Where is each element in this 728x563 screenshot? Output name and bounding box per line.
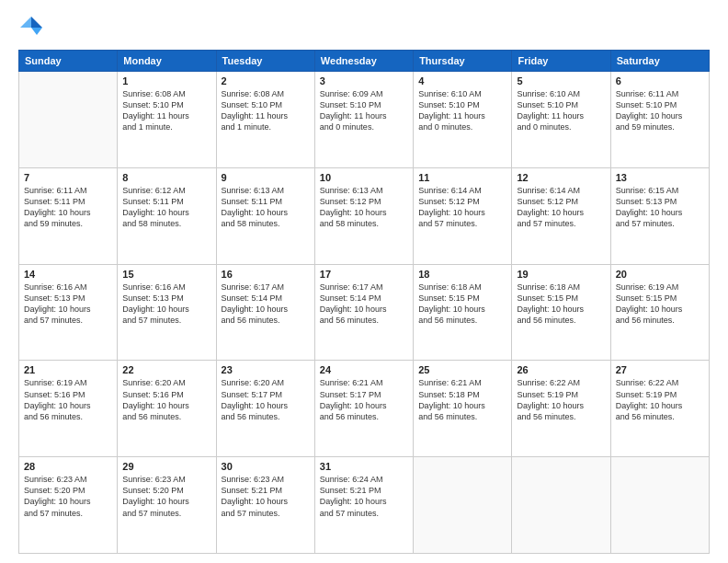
calendar-cell: 5Sunrise: 6:10 AMSunset: 5:10 PMDaylight… <box>512 72 610 168</box>
calendar-cell <box>414 457 512 554</box>
day-info: Sunrise: 6:10 AMSunset: 5:10 PMDaylight:… <box>418 88 506 133</box>
day-number: 27 <box>616 364 704 375</box>
calendar-cell: 24Sunrise: 6:21 AMSunset: 5:17 PMDayligh… <box>314 361 413 457</box>
calendar-cell: 20Sunrise: 6:19 AMSunset: 5:15 PMDayligh… <box>610 264 709 361</box>
svg-marker-1 <box>31 28 42 35</box>
calendar-day-header: Wednesday <box>314 51 413 72</box>
day-number: 28 <box>24 461 112 472</box>
calendar-cell: 18Sunrise: 6:18 AMSunset: 5:15 PMDayligh… <box>414 264 512 361</box>
svg-marker-2 <box>20 17 31 28</box>
day-info: Sunrise: 6:12 AMSunset: 5:11 PMDaylight:… <box>122 185 210 230</box>
day-number: 8 <box>122 172 210 183</box>
day-number: 26 <box>517 364 605 375</box>
calendar-cell: 11Sunrise: 6:14 AMSunset: 5:12 PMDayligh… <box>414 167 512 264</box>
calendar-cell: 2Sunrise: 6:08 AMSunset: 5:10 PMDaylight… <box>216 72 314 168</box>
day-number: 15 <box>122 269 210 280</box>
logo <box>18 15 48 40</box>
day-info: Sunrise: 6:14 AMSunset: 5:12 PMDaylight:… <box>517 185 605 230</box>
day-number: 23 <box>222 364 310 375</box>
calendar-cell: 30Sunrise: 6:23 AMSunset: 5:21 PMDayligh… <box>216 457 314 554</box>
day-number: 10 <box>320 172 408 183</box>
day-info: Sunrise: 6:21 AMSunset: 5:18 PMDaylight:… <box>418 377 506 422</box>
logo-icon <box>18 15 44 40</box>
day-number: 16 <box>222 269 310 280</box>
day-number: 6 <box>616 75 704 86</box>
calendar-cell: 29Sunrise: 6:23 AMSunset: 5:20 PMDayligh… <box>118 457 216 554</box>
calendar-cell: 28Sunrise: 6:23 AMSunset: 5:20 PMDayligh… <box>19 457 118 554</box>
calendar-cell: 23Sunrise: 6:20 AMSunset: 5:17 PMDayligh… <box>216 361 314 457</box>
day-info: Sunrise: 6:16 AMSunset: 5:13 PMDaylight:… <box>24 282 112 327</box>
calendar-cell: 19Sunrise: 6:18 AMSunset: 5:15 PMDayligh… <box>512 264 610 361</box>
calendar-day-header: Saturday <box>610 51 709 72</box>
calendar-cell: 6Sunrise: 6:11 AMSunset: 5:10 PMDaylight… <box>610 72 709 168</box>
day-info: Sunrise: 6:19 AMSunset: 5:15 PMDaylight:… <box>616 282 704 327</box>
day-number: 11 <box>418 172 506 183</box>
day-number: 20 <box>616 269 704 280</box>
day-number: 31 <box>320 461 408 472</box>
day-number: 22 <box>122 364 210 375</box>
day-number: 25 <box>418 364 506 375</box>
day-info: Sunrise: 6:21 AMSunset: 5:17 PMDaylight:… <box>320 377 408 422</box>
day-number: 13 <box>616 172 704 183</box>
calendar-week-row: 21Sunrise: 6:19 AMSunset: 5:16 PMDayligh… <box>19 361 710 457</box>
day-number: 7 <box>24 172 112 183</box>
calendar-cell: 27Sunrise: 6:22 AMSunset: 5:19 PMDayligh… <box>610 361 709 457</box>
day-number: 2 <box>222 75 310 86</box>
calendar-cell: 16Sunrise: 6:17 AMSunset: 5:14 PMDayligh… <box>216 264 314 361</box>
calendar-cell: 1Sunrise: 6:08 AMSunset: 5:10 PMDaylight… <box>118 72 216 168</box>
day-info: Sunrise: 6:18 AMSunset: 5:15 PMDaylight:… <box>517 282 605 327</box>
day-number: 3 <box>320 75 408 86</box>
day-info: Sunrise: 6:19 AMSunset: 5:16 PMDaylight:… <box>24 377 112 422</box>
calendar-cell: 3Sunrise: 6:09 AMSunset: 5:10 PMDaylight… <box>314 72 413 168</box>
calendar-week-row: 1Sunrise: 6:08 AMSunset: 5:10 PMDaylight… <box>19 72 710 168</box>
header <box>18 15 710 40</box>
calendar-cell: 25Sunrise: 6:21 AMSunset: 5:18 PMDayligh… <box>414 361 512 457</box>
day-number: 12 <box>517 172 605 183</box>
day-number: 24 <box>320 364 408 375</box>
calendar-cell: 15Sunrise: 6:16 AMSunset: 5:13 PMDayligh… <box>118 264 216 361</box>
day-info: Sunrise: 6:13 AMSunset: 5:11 PMDaylight:… <box>222 185 310 230</box>
day-number: 4 <box>418 75 506 86</box>
day-info: Sunrise: 6:20 AMSunset: 5:17 PMDaylight:… <box>222 377 310 422</box>
day-info: Sunrise: 6:15 AMSunset: 5:13 PMDaylight:… <box>616 185 704 230</box>
day-number: 14 <box>24 269 112 280</box>
day-info: Sunrise: 6:09 AMSunset: 5:10 PMDaylight:… <box>320 88 408 133</box>
calendar-day-header: Friday <box>512 51 610 72</box>
calendar-cell: 8Sunrise: 6:12 AMSunset: 5:11 PMDaylight… <box>118 167 216 264</box>
calendar-cell: 26Sunrise: 6:22 AMSunset: 5:19 PMDayligh… <box>512 361 610 457</box>
day-number: 19 <box>517 269 605 280</box>
calendar-week-row: 28Sunrise: 6:23 AMSunset: 5:20 PMDayligh… <box>19 457 710 554</box>
calendar-cell: 31Sunrise: 6:24 AMSunset: 5:21 PMDayligh… <box>314 457 413 554</box>
day-info: Sunrise: 6:18 AMSunset: 5:15 PMDaylight:… <box>418 282 506 327</box>
day-info: Sunrise: 6:11 AMSunset: 5:11 PMDaylight:… <box>24 185 112 230</box>
calendar-cell: 4Sunrise: 6:10 AMSunset: 5:10 PMDaylight… <box>414 72 512 168</box>
calendar-cell: 7Sunrise: 6:11 AMSunset: 5:11 PMDaylight… <box>19 167 118 264</box>
day-number: 9 <box>222 172 310 183</box>
day-number: 30 <box>222 461 310 472</box>
calendar-cell: 14Sunrise: 6:16 AMSunset: 5:13 PMDayligh… <box>19 264 118 361</box>
day-info: Sunrise: 6:24 AMSunset: 5:21 PMDaylight:… <box>320 474 408 519</box>
calendar-cell: 13Sunrise: 6:15 AMSunset: 5:13 PMDayligh… <box>610 167 709 264</box>
day-number: 1 <box>122 75 210 86</box>
day-info: Sunrise: 6:08 AMSunset: 5:10 PMDaylight:… <box>222 88 310 133</box>
day-info: Sunrise: 6:23 AMSunset: 5:21 PMDaylight:… <box>222 474 310 519</box>
day-info: Sunrise: 6:22 AMSunset: 5:19 PMDaylight:… <box>517 377 605 422</box>
calendar-week-row: 7Sunrise: 6:11 AMSunset: 5:11 PMDaylight… <box>19 167 710 264</box>
day-info: Sunrise: 6:20 AMSunset: 5:16 PMDaylight:… <box>122 377 210 422</box>
calendar-day-header: Sunday <box>19 51 118 72</box>
day-info: Sunrise: 6:10 AMSunset: 5:10 PMDaylight:… <box>517 88 605 133</box>
day-info: Sunrise: 6:14 AMSunset: 5:12 PMDaylight:… <box>418 185 506 230</box>
calendar-cell: 9Sunrise: 6:13 AMSunset: 5:11 PMDaylight… <box>216 167 314 264</box>
calendar-header-row: SundayMondayTuesdayWednesdayThursdayFrid… <box>19 51 710 72</box>
day-info: Sunrise: 6:13 AMSunset: 5:12 PMDaylight:… <box>320 185 408 230</box>
calendar-day-header: Tuesday <box>216 51 314 72</box>
page: SundayMondayTuesdayWednesdayThursdayFrid… <box>0 0 728 563</box>
calendar-cell: 10Sunrise: 6:13 AMSunset: 5:12 PMDayligh… <box>314 167 413 264</box>
calendar-table: SundayMondayTuesdayWednesdayThursdayFrid… <box>18 50 710 554</box>
day-info: Sunrise: 6:11 AMSunset: 5:10 PMDaylight:… <box>616 88 704 133</box>
day-number: 18 <box>418 269 506 280</box>
calendar-cell <box>19 72 118 168</box>
day-number: 29 <box>122 461 210 472</box>
calendar-cell <box>512 457 610 554</box>
day-info: Sunrise: 6:23 AMSunset: 5:20 PMDaylight:… <box>24 474 112 519</box>
